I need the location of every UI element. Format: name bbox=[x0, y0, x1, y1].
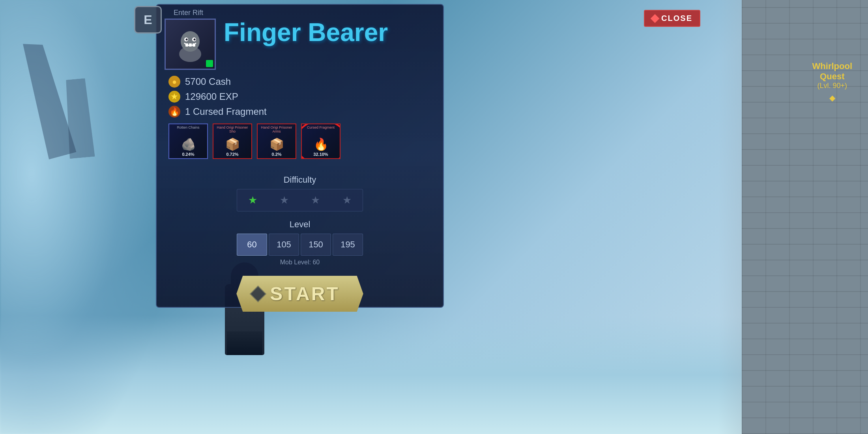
fragment-reward: 1 Cursed Fragment bbox=[185, 106, 267, 117]
drop-pct-1: 0.24% bbox=[182, 152, 194, 157]
difficulty-section: Difficulty ★ ★ ★ ★ bbox=[165, 175, 435, 211]
start-button-container: START bbox=[165, 276, 435, 312]
diff-star-4[interactable]: ★ bbox=[331, 189, 363, 211]
drop-name-2: Hand Origi Prisoner Sho bbox=[214, 126, 251, 134]
drop-pct-3: 0.2% bbox=[271, 152, 281, 157]
reward-exp-row: ★ 129600 EXP bbox=[168, 91, 435, 103]
flame-icon: 🔥 bbox=[168, 106, 180, 118]
coin-icon: ● bbox=[168, 76, 180, 88]
level-label: Level bbox=[165, 219, 435, 230]
dialog-panel: Finger Bearer ● 5700 Cash ★ 129600 EXP 🔥… bbox=[156, 4, 444, 308]
reward-cash-row: ● 5700 Cash bbox=[168, 76, 435, 88]
rewards-section: ● 5700 Cash ★ 129600 EXP 🔥 1 Cursed Frag… bbox=[165, 76, 435, 118]
drop-item-4[interactable]: Cursed Fragment 🔥 32.10% bbox=[301, 123, 340, 159]
boss-header: Finger Bearer bbox=[165, 19, 435, 70]
quest-diamond-icon: ◆ bbox=[812, 93, 852, 103]
close-diamond-icon bbox=[651, 14, 660, 23]
quest-title: Whirlpool bbox=[812, 61, 852, 71]
svg-rect-7 bbox=[189, 43, 192, 47]
svg-rect-6 bbox=[185, 43, 188, 47]
cash-reward: 5700 Cash bbox=[185, 76, 231, 87]
drop-item-1[interactable]: Rotten Chains 🪨 0.24% bbox=[168, 123, 208, 159]
level-btn-195[interactable]: 195 bbox=[333, 234, 363, 256]
close-label: CLOSE bbox=[661, 14, 692, 23]
drops-section: Rotten Chains 🪨 0.24% Hand Origi Prisone… bbox=[165, 123, 435, 159]
diff-star-1[interactable]: ★ bbox=[237, 189, 269, 211]
start-button[interactable]: START bbox=[236, 276, 363, 312]
level-btn-150[interactable]: 150 bbox=[301, 234, 331, 256]
boss-portrait bbox=[165, 19, 216, 70]
drop-pct-2: 0.72% bbox=[226, 152, 238, 157]
drop-item-2[interactable]: Hand Origi Prisoner Sho 📦 0.72% bbox=[213, 123, 252, 159]
drop-name-4: Cursed Fragment bbox=[303, 126, 339, 130]
quest-level-req: (Lvl. 90+) bbox=[812, 82, 852, 90]
boss-name: Finger Bearer bbox=[224, 19, 388, 46]
quest-subtitle: Quest bbox=[812, 71, 852, 82]
enter-rift-label: Enter Rift bbox=[174, 9, 203, 17]
level-section: Level 60 105 150 195 Mob Level: 60 bbox=[165, 219, 435, 266]
reward-fragment-row: 🔥 1 Cursed Fragment bbox=[168, 106, 435, 118]
level-btn-105[interactable]: 105 bbox=[269, 234, 299, 256]
diff-star-2[interactable]: ★ bbox=[269, 189, 300, 211]
drop-name-3: Hand Origi Prisoner Arms bbox=[258, 126, 295, 134]
ice-decoration-left bbox=[0, 0, 158, 434]
quest-indicator: Whirlpool Quest (Lvl. 90+) ◆ bbox=[812, 61, 852, 103]
svg-point-4 bbox=[186, 39, 188, 41]
drop-icon-4: 🔥 bbox=[314, 137, 328, 151]
exp-reward: 129600 EXP bbox=[185, 91, 238, 102]
player-legs bbox=[227, 331, 262, 355]
level-btn-60[interactable]: 60 bbox=[237, 234, 267, 256]
online-indicator bbox=[206, 60, 213, 67]
drop-name-1: Rotten Chains bbox=[170, 126, 206, 130]
drop-icon-1: 🪨 bbox=[181, 137, 196, 151]
svg-point-1 bbox=[181, 31, 200, 52]
star-icon: ★ bbox=[168, 91, 180, 103]
e-key-button[interactable]: E bbox=[134, 6, 162, 34]
difficulty-bar: ★ ★ ★ ★ bbox=[237, 189, 363, 211]
drop-item-3[interactable]: Hand Origi Prisoner Arms 📦 0.2% bbox=[257, 123, 296, 159]
level-bar: 60 105 150 195 bbox=[237, 234, 363, 256]
close-button[interactable]: CLOSE bbox=[644, 10, 700, 27]
drop-icon-3: 📦 bbox=[269, 137, 284, 151]
drop-pct-4: 32.10% bbox=[313, 152, 328, 157]
annotation-arrow bbox=[322, 123, 340, 124]
mob-level-text: Mob Level: 60 bbox=[165, 259, 435, 266]
diff-star-3[interactable]: ★ bbox=[300, 189, 331, 211]
svg-rect-8 bbox=[193, 43, 195, 47]
drop-icon-2: 📦 bbox=[225, 137, 240, 151]
difficulty-label: Difficulty bbox=[165, 175, 435, 185]
start-label: START bbox=[270, 283, 339, 305]
svg-point-5 bbox=[194, 39, 196, 41]
boss-portrait-art bbox=[172, 26, 208, 62]
start-diamond-icon bbox=[250, 285, 266, 302]
